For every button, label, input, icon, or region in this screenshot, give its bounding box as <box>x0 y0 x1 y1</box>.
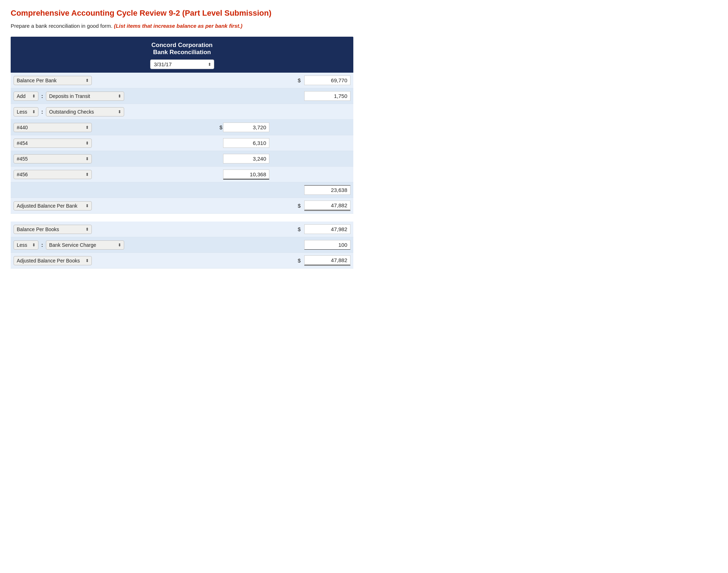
deposits-in-transit-row: Add : Deposits in Transit 1,750 <box>11 88 353 104</box>
balance-per-books-select[interactable]: Balance Per Books <box>14 225 92 234</box>
total-checks-row: 23,638 <box>11 182 353 198</box>
dollar-sign-bank: $ <box>298 77 301 83</box>
section-gap <box>11 214 353 222</box>
dollar-sign-adj-books: $ <box>298 257 301 264</box>
check-440-row: #440 $ 3,720 <box>11 120 353 135</box>
report-title: Bank Reconciliation <box>14 49 350 56</box>
adjusted-balance-bank-row: Adjusted Balance Per Bank $ 47,882 <box>11 198 353 214</box>
balance-per-bank-select[interactable]: Balance Per Bank <box>14 76 92 85</box>
colon-1: : <box>41 93 43 99</box>
balance-per-bank-select-wrapper[interactable]: Balance Per Bank <box>14 76 92 85</box>
date-select-wrapper[interactable]: 3/31/17 <box>150 59 214 69</box>
adjusted-balance-books-select-wrapper[interactable]: Adjusted Balance Per Books <box>14 256 92 265</box>
balance-per-bank-value: 69,770 <box>304 75 350 85</box>
balance-per-books-value: 47,982 <box>304 224 350 234</box>
adjusted-balance-bank-value: 47,882 <box>304 200 350 211</box>
bank-service-charge-row: Less : Bank Service Charge 100 <box>11 237 353 253</box>
less-select-wrapper-2[interactable]: Less <box>14 240 38 250</box>
adjusted-balance-bank-select-wrapper[interactable]: Adjusted Balance Per Bank <box>14 201 92 210</box>
balance-per-bank-row: Balance Per Bank $ 69,770 <box>11 73 353 88</box>
add-select-wrapper[interactable]: Add <box>14 92 38 101</box>
subtitle: Prepare a bank reconciliation in good fo… <box>11 23 353 29</box>
balance-per-books-select-wrapper[interactable]: Balance Per Books <box>14 225 92 234</box>
adjusted-balance-bank-select[interactable]: Adjusted Balance Per Bank <box>14 201 92 210</box>
check-456-value: 10,368 <box>223 170 269 179</box>
check-455-select[interactable]: #455 <box>14 154 92 163</box>
date-select[interactable]: 3/31/17 <box>150 59 214 69</box>
bank-service-charge-select-wrapper[interactable]: Bank Service Charge <box>46 240 124 250</box>
outstanding-checks-select-wrapper[interactable]: Outstanding Checks <box>46 107 124 116</box>
check-455-value: 3,240 <box>223 154 269 163</box>
check-440-select[interactable]: #440 <box>14 123 92 132</box>
bank-service-charge-value: 100 <box>304 240 350 250</box>
outstanding-checks-select[interactable]: Outstanding Checks <box>46 107 124 116</box>
less-select-2[interactable]: Less <box>14 240 38 250</box>
dollar-sign-440: $ <box>220 124 222 130</box>
check-440-value: 3,720 <box>223 123 269 132</box>
company-name: Concord Corporation <box>14 42 350 49</box>
adjusted-balance-books-row: Adjusted Balance Per Books $ 47,882 <box>11 253 353 269</box>
dollar-sign-adj-bank: $ <box>298 203 301 209</box>
deposits-select[interactable]: Deposits in Transit <box>46 92 124 101</box>
add-select[interactable]: Add <box>14 92 38 101</box>
check-440-select-wrapper[interactable]: #440 <box>14 123 92 132</box>
check-456-row: #456 10,368 <box>11 167 353 182</box>
less-select-wrapper-1[interactable]: Less <box>14 107 38 116</box>
check-454-select-wrapper[interactable]: #454 <box>14 139 92 148</box>
check-456-select[interactable]: #456 <box>14 170 92 179</box>
deposits-value: 1,750 <box>304 91 350 101</box>
page-title: Comprehensive Accounting Cycle Review 9-… <box>11 9 353 18</box>
adjusted-balance-books-select[interactable]: Adjusted Balance Per Books <box>14 256 92 265</box>
outstanding-checks-row: Less : Outstanding Checks <box>11 104 353 120</box>
colon-3: : <box>41 242 43 248</box>
total-checks-value: 23,638 <box>304 185 350 195</box>
check-456-select-wrapper[interactable]: #456 <box>14 170 92 179</box>
dollar-sign-books: $ <box>298 226 301 232</box>
check-454-value: 6,310 <box>223 138 269 148</box>
check-454-row: #454 6,310 <box>11 135 353 151</box>
less-select-1[interactable]: Less <box>14 107 38 116</box>
deposits-select-wrapper[interactable]: Deposits in Transit <box>46 92 124 101</box>
bank-service-charge-select[interactable]: Bank Service Charge <box>46 240 124 250</box>
adjusted-balance-books-value: 47,882 <box>304 255 350 266</box>
colon-2: : <box>41 109 43 115</box>
check-455-select-wrapper[interactable]: #455 <box>14 154 92 163</box>
check-455-row: #455 3,240 <box>11 151 353 167</box>
check-454-select[interactable]: #454 <box>14 139 92 148</box>
balance-per-books-row: Balance Per Books $ 47,982 <box>11 222 353 237</box>
